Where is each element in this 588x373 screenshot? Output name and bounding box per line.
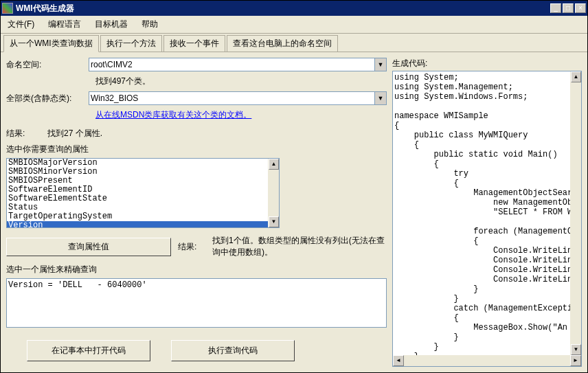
namespace-input[interactable] [89,58,375,71]
app-window: WMI代码生成器 _ □ × 文件(F) 编程语言 目标机器 帮助 从一个WMI… [0,0,588,373]
property-listbox[interactable]: SMBIOSMajorVersion SMBIOSMinorVersion SM… [6,158,280,228]
scroll-down-button[interactable]: ▼ [269,216,279,227]
menubar: 文件(F) 编程语言 目标机器 帮助 [1,16,587,34]
code-text[interactable]: using System; using System.Management; u… [393,71,570,355]
tab-view-namespaces[interactable]: 查看这台电脑上的命名空间 [227,35,338,52]
code-box: using System; using System.Management; u… [392,71,582,367]
app-icon [2,3,13,14]
code-vscrollbar[interactable]: ▲ ▼ [570,71,581,355]
tab-execute-method[interactable]: 执行一个方法 [100,35,162,52]
namespace-label: 命名空间: [6,59,89,71]
list-item[interactable]: TargetOperatingSystem [7,212,268,221]
close-button[interactable]: × [575,3,586,13]
content-area: 命名空间: ▼ 找到497个类。 全部类(含静态类): ▼ 从在线MSDN类库获… [1,52,587,372]
query-property-button[interactable]: 查询属性值 [6,238,171,256]
scroll-track[interactable] [404,355,570,366]
maximize-button[interactable]: □ [563,3,574,13]
menu-help[interactable]: 帮助 [137,17,162,32]
open-in-notepad-button[interactable]: 在记事本中打开代码 [27,340,150,361]
tab-query-data[interactable]: 从一个WMI类查询数据 [3,35,99,52]
codegen-label: 生成代码: [392,58,582,69]
select-property-label: 选中你需要查询的属性 [6,144,387,155]
scroll-up-button[interactable]: ▲ [571,71,581,82]
result2-text: 找到1个值。数组类型的属性没有列出(无法在查询中使用数组)。 [212,235,387,258]
minimize-button[interactable]: _ [550,3,561,13]
window-title: WMI代码生成器 [16,3,549,14]
scroll-up-button[interactable]: ▲ [269,159,279,170]
result-count: 找到27 个属性. [47,128,102,139]
code-hscrollbar[interactable]: ◄ ► [393,355,581,366]
left-panel: 命名空间: ▼ 找到497个类。 全部类(含静态类): ▼ 从在线MSDN类库获… [6,58,387,367]
menu-file[interactable]: 文件(F) [3,17,38,32]
class-dropdown-button[interactable]: ▼ [375,91,387,105]
result-label: 结果: [6,128,47,139]
scroll-down-button[interactable]: ▼ [571,344,581,355]
namespace-dropdown-button[interactable]: ▼ [375,58,387,71]
run-query-code-button[interactable]: 执行查询代码 [171,340,295,361]
namespace-found-label: 找到497个类。 [95,76,387,87]
list-item-selected[interactable]: Version [7,221,268,227]
titlebar: WMI代码生成器 _ □ × [1,1,587,16]
listbox-scrollbar[interactable]: ▲ ▼ [268,159,279,227]
list-item[interactable]: SoftwareElementState [7,194,268,203]
menu-language[interactable]: 编程语言 [44,17,85,32]
right-panel: 生成代码: using System; using System.Managem… [392,58,582,367]
class-label: 全部类(含静态类): [6,93,89,104]
scroll-right-button[interactable]: ► [570,355,581,366]
refine-label: 选中一个属性来精确查询 [6,264,387,275]
refine-textarea[interactable] [6,278,387,328]
scroll-track[interactable] [269,170,279,216]
class-input[interactable] [89,91,375,105]
result2-label: 结果: [178,241,205,253]
tab-receive-event[interactable]: 接收一个事件 [163,35,225,52]
menu-target[interactable]: 目标机器 [91,17,132,32]
scroll-track[interactable] [571,82,581,344]
tabbar: 从一个WMI类查询数据 执行一个方法 接收一个事件 查看这台电脑上的命名空间 [1,34,587,52]
scroll-left-button[interactable]: ◄ [393,355,404,366]
msdn-link[interactable]: 从在线MSDN类库获取有关这个类的文档。 [95,110,251,120]
